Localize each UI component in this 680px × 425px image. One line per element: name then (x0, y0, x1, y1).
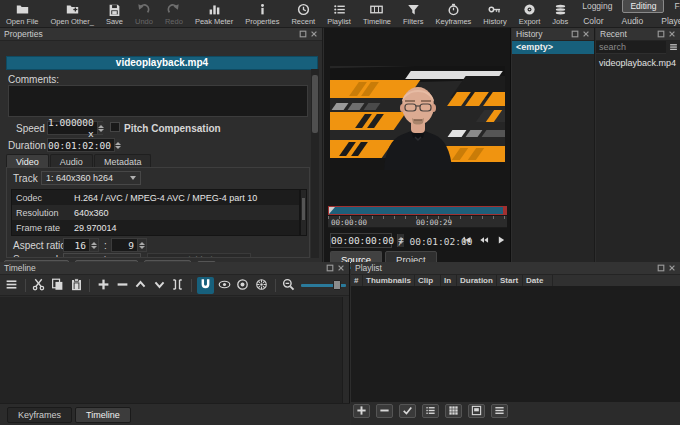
add-button[interactable] (353, 404, 370, 418)
close-panel-icon[interactable] (310, 30, 318, 38)
column-header-date[interactable]: Date (523, 275, 553, 286)
playhead-marker[interactable] (329, 207, 335, 214)
append-button[interactable] (95, 277, 112, 294)
toolbar-button-timeline[interactable]: Timeline (357, 0, 397, 27)
table-row-format[interactable]: Formatyuv420p (12, 235, 299, 236)
view-icons-button[interactable] (468, 404, 485, 418)
overwrite-button[interactable] (151, 277, 168, 294)
close-panel-icon[interactable] (337, 264, 345, 272)
pitch-compensation-checkbox[interactable] (110, 122, 120, 132)
scrub-while-dragging-button[interactable] (216, 277, 233, 294)
float-panel-icon[interactable] (657, 264, 665, 272)
recent-titlebar[interactable]: Recent (596, 28, 680, 41)
snap-button[interactable] (197, 277, 214, 294)
toolbar-button-keyframes[interactable]: Keyframes (429, 0, 477, 27)
comments-textarea[interactable] (8, 85, 308, 117)
player-time-ruler[interactable]: 00:00:00 00:00:29 (328, 216, 507, 228)
column-header-in[interactable]: In (441, 275, 457, 286)
float-panel-icon[interactable] (299, 30, 307, 38)
float-panel-icon[interactable] (571, 30, 579, 38)
timeline-scrollbar[interactable] (342, 297, 349, 403)
close-panel-icon[interactable] (668, 30, 676, 38)
cut-button[interactable] (31, 277, 48, 294)
table-row-resolution[interactable]: Resolution640x360 (12, 205, 299, 220)
ripple-delete-button[interactable] (114, 277, 131, 294)
toolbar-button-properties[interactable]: Properties (239, 0, 285, 27)
history-item[interactable]: <empty> (512, 41, 594, 54)
speed-spin-buttons[interactable] (97, 122, 104, 134)
ripple-button[interactable] (234, 277, 251, 294)
duration-spinbox[interactable]: 00:01:02:00 (47, 138, 115, 152)
toolbar-button-history[interactable]: History (477, 0, 512, 27)
properties-titlebar[interactable]: Properties (0, 28, 322, 41)
view-details-button[interactable] (422, 404, 439, 418)
toolbar-button-recent[interactable]: Recent (285, 0, 321, 27)
duration-spin-buttons[interactable] (114, 139, 121, 151)
dock-tab-timeline[interactable]: Timeline (75, 407, 131, 423)
layout-button-fx[interactable]: FX (666, 0, 680, 13)
split-button[interactable] (170, 277, 187, 294)
toolbar-button-save[interactable]: Save (100, 0, 129, 27)
close-panel-icon[interactable] (582, 30, 590, 38)
toolbar-button-open-other[interactable]: Open Other_ (45, 0, 100, 27)
speed-spinbox[interactable]: 1.000000 x (47, 121, 103, 135)
lift-button[interactable] (133, 277, 150, 294)
close-panel-icon[interactable] (668, 264, 676, 272)
playlist-titlebar[interactable]: Playlist (351, 262, 680, 275)
recent-search-input[interactable]: search (596, 41, 666, 54)
aspect-height-spinbox[interactable]: 9 (111, 238, 147, 252)
float-panel-icon[interactable] (326, 264, 334, 272)
toolbar-button-peak-meter[interactable]: Peak Meter (189, 0, 239, 27)
slider-handle[interactable] (333, 280, 341, 290)
column-header-clip[interactable]: Clip (415, 275, 441, 286)
table-row-codec[interactable]: CodecH.264 / AVC / MPEG-4 AVC / MPEG-4 p… (12, 190, 299, 205)
column-header-[interactable]: # (351, 275, 363, 286)
table-scrollbar[interactable] (300, 189, 307, 236)
toolbar-button-jobs[interactable]: Jobs (546, 0, 574, 27)
layout-button-audio[interactable]: Audio (613, 14, 651, 28)
skip-start-button[interactable] (460, 233, 473, 247)
layout-button-logging[interactable]: Logging (574, 0, 620, 13)
copy-button[interactable] (49, 277, 66, 294)
history-titlebar[interactable]: History (512, 28, 594, 41)
update-button[interactable] (399, 404, 416, 418)
paste-button[interactable] (68, 277, 85, 294)
recent-item[interactable]: videoplayback.mp4 (596, 57, 680, 70)
float-panel-icon[interactable] (657, 30, 665, 38)
aspect-width-spinbox[interactable]: 16 (63, 238, 99, 252)
layout-button-editing[interactable]: Editing (622, 0, 664, 13)
column-header-thumbnails[interactable]: Thumbnails (363, 275, 415, 286)
playlist-menu-button[interactable] (491, 404, 508, 418)
video-preview[interactable] (330, 66, 505, 170)
zoom-out-button[interactable] (281, 277, 298, 294)
remove-button[interactable] (376, 404, 393, 418)
rewind-button[interactable] (477, 233, 490, 247)
timeline-zoom-slider[interactable] (301, 277, 346, 294)
toolbar-button-playlist[interactable]: Playlist (321, 0, 357, 27)
filename-button[interactable]: videoplayback.mp4 (6, 56, 318, 70)
column-header-start[interactable]: Start (497, 275, 523, 286)
play-button[interactable] (494, 233, 507, 247)
timeline-menu-button[interactable] (3, 277, 20, 294)
dock-tab-keyframes[interactable]: Keyframes (7, 407, 72, 423)
timeline-titlebar[interactable]: Timeline (0, 262, 349, 275)
ripple-all-tracks-button[interactable] (253, 277, 270, 294)
playlist-content[interactable] (351, 287, 680, 402)
timeline-tracks-area[interactable] (0, 297, 343, 403)
properties-scrollbar[interactable] (311, 69, 319, 258)
toolbar-button-open-file[interactable]: Open File (0, 0, 45, 27)
position-timecode-spinbox[interactable]: 00:00:00:00 (330, 233, 392, 248)
column-header-duration[interactable]: Duration (457, 275, 497, 286)
trim-out-handle[interactable] (503, 207, 506, 214)
table-row-frame-rate[interactable]: Frame rate29.970014 (12, 220, 299, 235)
media-properties-table[interactable]: CodecH.264 / AVC / MPEG-4 AVC / MPEG-4 p… (11, 189, 300, 236)
view-tiles-button[interactable] (445, 404, 462, 418)
recent-search-menu-icon[interactable] (669, 42, 678, 53)
layout-button-player[interactable]: Player (653, 14, 680, 28)
player-scrub-bar[interactable] (328, 206, 507, 215)
toolbar-button-filters[interactable]: Filters (397, 0, 429, 27)
scan-mode-dropdown[interactable]: Progressive (63, 253, 141, 258)
track-dropdown[interactable]: 1: 640x360 h264 (41, 171, 141, 185)
toolbar-button-export[interactable]: Export (513, 0, 547, 27)
layout-button-color[interactable]: Color (575, 14, 611, 28)
